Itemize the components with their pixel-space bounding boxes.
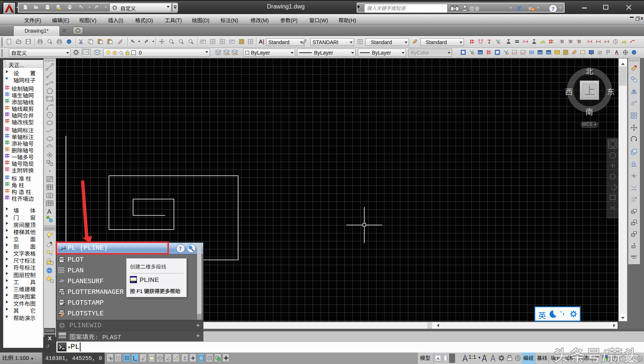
svg-text:字: 字 — [568, 39, 572, 44]
svg-text:?: ? — [552, 6, 555, 12]
svg-text:100: 100 — [598, 50, 602, 53]
svg-text:字: 字 — [577, 39, 581, 44]
svg-text:A: A — [47, 208, 52, 215]
svg-text:m²: m² — [522, 51, 525, 55]
svg-text:m²: m² — [513, 51, 517, 55]
svg-text:?: ? — [179, 246, 182, 252]
svg-text:字: 字 — [560, 39, 564, 44]
svg-text:A: A — [615, 50, 618, 55]
svg-text:ABC: ABC — [631, 255, 637, 258]
